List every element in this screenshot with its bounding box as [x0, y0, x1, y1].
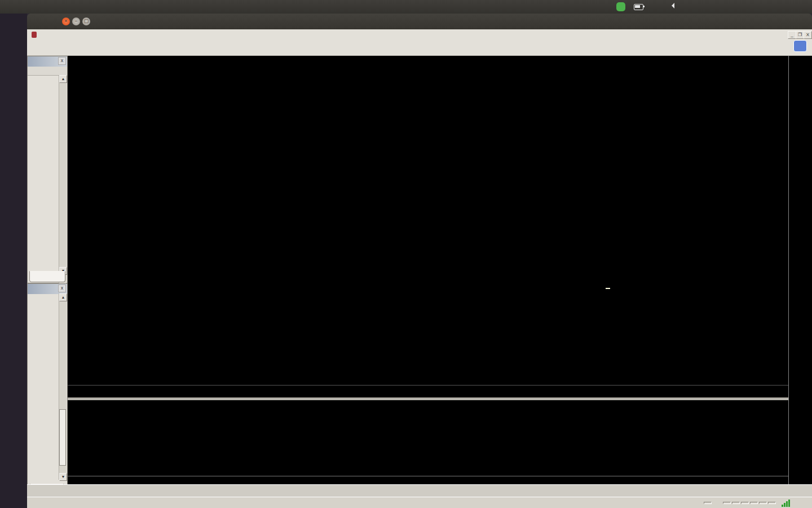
scroll-up-icon[interactable]: ▲	[59, 294, 67, 301]
volume-icon[interactable]	[669, 2, 675, 11]
app-icon	[32, 32, 37, 38]
tab-simbolos[interactable]	[29, 271, 65, 282]
status-low	[750, 502, 758, 504]
tor-indicator-strip	[68, 385, 788, 398]
mdi-restore-button[interactable]: ❐	[796, 31, 804, 39]
market-watch-header	[28, 67, 67, 76]
status-bar-time	[723, 502, 731, 504]
mdi-close-button[interactable]: X	[804, 31, 812, 39]
minimize-button[interactable]: −	[72, 17, 80, 25]
status-volume	[768, 502, 776, 504]
fisher-indicator-canvas[interactable]	[68, 400, 788, 476]
scroll-down-icon[interactable]: ▼	[59, 473, 67, 481]
window-titlebar[interactable]: × − ▢	[27, 14, 812, 29]
status-open	[732, 502, 740, 504]
status-bar	[27, 497, 812, 508]
price-chart-canvas[interactable]	[68, 56, 788, 385]
navigator-scrollbar[interactable]: ▲ ▼	[59, 294, 67, 480]
tooltip-escala-horizontal	[605, 287, 611, 290]
date-axis[interactable]	[68, 476, 788, 485]
close-button[interactable]: ×	[62, 17, 70, 25]
menu-bar	[27, 29, 812, 41]
close-icon[interactable]: x	[58, 284, 66, 292]
maximize-button[interactable]: ▢	[82, 17, 90, 25]
price-axis[interactable]	[788, 56, 812, 484]
market-watch-scrollbar[interactable]: ▲ ▼	[59, 75, 67, 319]
scroll-thumb[interactable]	[59, 409, 66, 466]
navigator-title[interactable]: x	[28, 284, 67, 294]
market-watch-title[interactable]: x	[28, 56, 67, 67]
chat-notification-bubble[interactable]	[793, 40, 807, 52]
battery-icon[interactable]	[634, 4, 643, 10]
close-icon[interactable]: x	[58, 57, 66, 65]
status-close	[759, 502, 767, 504]
status-symbol[interactable]	[704, 502, 712, 504]
connection-signal-icon	[782, 500, 791, 507]
skype-tray-icon[interactable]	[616, 2, 625, 11]
unity-launcher	[0, 14, 27, 508]
chart-tabs-bar	[27, 484, 812, 497]
status-high	[741, 502, 749, 504]
market-watch-panel: x ▲ ▼	[27, 56, 68, 283]
navigator-panel: x ▲ ▼	[27, 283, 68, 497]
ubuntu-top-bar	[0, 0, 812, 14]
chart-window[interactable]	[68, 56, 812, 484]
scroll-up-icon[interactable]: ▲	[59, 75, 67, 83]
main-toolbar	[27, 41, 812, 56]
desktop: × − ▢ x ▲ ▼ x ▲ ▼	[0, 0, 812, 508]
mdi-minimize-button[interactable]: _	[788, 31, 796, 39]
